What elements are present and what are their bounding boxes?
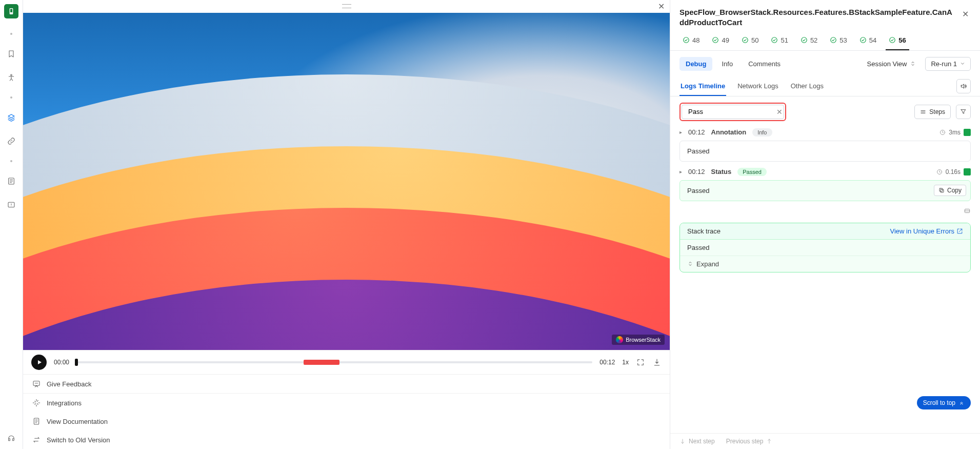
- view-unique-errors-link[interactable]: View in Unique Errors: [890, 227, 963, 235]
- run-tab-48[interactable]: 48: [679, 33, 703, 50]
- run-tab-label: 52: [810, 36, 817, 44]
- log-entry-header[interactable]: ▸ 00:12 Annotation Info 3ms: [679, 127, 971, 138]
- stack-trace-title: Stack trace: [687, 227, 721, 235]
- integrations-item[interactable]: Integrations: [23, 394, 670, 412]
- list-icon: [920, 109, 926, 115]
- steps-filter-button[interactable]: Steps: [914, 105, 951, 119]
- stack-trace-message: Passed: [680, 240, 970, 256]
- feedback-icon: [32, 380, 41, 388]
- svg-point-2: [11, 74, 12, 76]
- run-tab-56[interactable]: 56: [886, 33, 909, 50]
- browserstack-logo-icon: [616, 336, 623, 343]
- close-icon[interactable]: ✕: [658, 2, 665, 11]
- check-circle-icon: [712, 36, 719, 44]
- search-highlight-box: ✕: [679, 103, 786, 121]
- details-panel: SpecFlow_BrowserStack.Resources.Features…: [670, 0, 980, 449]
- log-body: Passed Copy: [679, 180, 971, 201]
- video-preview[interactable]: BrowserStack: [23, 13, 670, 350]
- svg-rect-19: [939, 188, 943, 191]
- sidebar-separator-dot: [10, 160, 12, 162]
- previous-step-button[interactable]: Previous step: [726, 438, 773, 445]
- brand-logo[interactable]: [4, 4, 18, 18]
- copy-button[interactable]: Copy: [934, 185, 966, 196]
- layers-icon[interactable]: [7, 113, 16, 122]
- run-tab-49[interactable]: 49: [709, 33, 732, 50]
- clock-icon: [936, 169, 943, 175]
- bookmark-icon[interactable]: [7, 49, 16, 58]
- switch-version-label: Switch to Old Version: [47, 436, 110, 444]
- scroll-to-top-button[interactable]: Scroll to top: [917, 396, 971, 409]
- expand-trace-button[interactable]: Expand: [680, 256, 970, 272]
- stack-trace-card: Stack trace View in Unique Errors Passed…: [679, 223, 971, 272]
- info-badge: Info: [752, 128, 772, 136]
- clear-search-icon[interactable]: ✕: [776, 108, 783, 116]
- copy-icon: [938, 187, 945, 193]
- panel-drag-handle[interactable]: ✕: [23, 0, 670, 12]
- playback-speed[interactable]: 1x: [622, 359, 629, 366]
- give-feedback-label: Give Feedback: [47, 380, 91, 388]
- integrations-label: Integrations: [47, 399, 82, 407]
- svg-point-13: [861, 37, 866, 43]
- log-duration: 3ms: [949, 129, 961, 136]
- tab-network-logs[interactable]: Network Logs: [736, 77, 779, 96]
- accessibility-icon[interactable]: [7, 73, 16, 82]
- tab-debug[interactable]: Debug: [679, 57, 712, 71]
- fullscreen-icon[interactable]: [636, 358, 645, 367]
- run-tab-label: 50: [751, 36, 758, 44]
- svg-point-8: [713, 37, 718, 43]
- view-docs-item[interactable]: View Documentation: [23, 412, 670, 431]
- switch-version-item[interactable]: Switch to Old Version: [23, 431, 670, 449]
- tab-logs-timeline[interactable]: Logs Timeline: [679, 77, 726, 96]
- link-icon[interactable]: [7, 136, 16, 146]
- run-tab-label: 54: [869, 36, 876, 44]
- check-circle-icon: [742, 36, 749, 44]
- close-icon[interactable]: ✕: [960, 7, 971, 21]
- status-chip-icon: [964, 129, 971, 136]
- expand-icon: [687, 261, 693, 267]
- sidebar-separator-dot: [10, 96, 12, 99]
- sidebar-separator-dot: [10, 33, 12, 35]
- run-tab-label: 48: [692, 36, 699, 44]
- run-tab-53[interactable]: 53: [827, 33, 850, 50]
- run-tab-54[interactable]: 54: [856, 33, 879, 50]
- run-tab-label: 53: [839, 36, 847, 44]
- log-search-input[interactable]: [686, 106, 776, 118]
- audio-icon[interactable]: [956, 79, 971, 93]
- log-search[interactable]: ✕: [682, 105, 784, 119]
- run-tab-50[interactable]: 50: [738, 33, 762, 50]
- view-docs-label: View Documentation: [47, 418, 108, 425]
- next-step-button[interactable]: Next step: [679, 438, 715, 445]
- rerun-dropdown[interactable]: Re-run 1: [925, 57, 971, 71]
- passed-badge: Passed: [737, 168, 767, 176]
- svg-point-9: [743, 37, 748, 43]
- copy-label: Copy: [947, 187, 962, 194]
- log-timestamp: 00:12: [688, 128, 705, 136]
- note-icon[interactable]: [7, 177, 16, 186]
- play-button[interactable]: [31, 355, 47, 370]
- svg-point-11: [802, 37, 807, 43]
- run-tab-51[interactable]: 51: [768, 33, 791, 50]
- filter-button[interactable]: [956, 105, 971, 119]
- tab-info[interactable]: Info: [715, 57, 739, 71]
- svg-point-14: [890, 37, 895, 43]
- alert-card-icon[interactable]: [7, 200, 16, 209]
- log-kind: Annotation: [711, 128, 747, 136]
- give-feedback-item[interactable]: Give Feedback: [23, 375, 670, 394]
- run-tab-label: 51: [781, 36, 788, 44]
- arrow-down-icon: [679, 438, 686, 444]
- tab-comments[interactable]: Comments: [742, 57, 787, 71]
- session-view-toggle[interactable]: Session View: [862, 57, 922, 71]
- chevron-down-icon: [960, 61, 965, 66]
- chevron-right-icon: ▸: [679, 169, 682, 174]
- run-tab-label: 49: [722, 36, 729, 44]
- svg-point-7: [684, 37, 689, 43]
- tab-other-logs[interactable]: Other Logs: [790, 77, 825, 96]
- duration-time: 00:12: [599, 359, 615, 366]
- seek-bar[interactable]: [76, 361, 592, 363]
- log-entry-header[interactable]: ▸ 00:12 Status Passed 0.16s: [679, 167, 971, 177]
- watermark: BrowserStack: [612, 335, 665, 345]
- headset-icon[interactable]: [7, 434, 16, 443]
- run-tab-52[interactable]: 52: [797, 33, 821, 50]
- download-icon[interactable]: [652, 358, 662, 367]
- collapse-panel-icon[interactable]: [964, 207, 971, 214]
